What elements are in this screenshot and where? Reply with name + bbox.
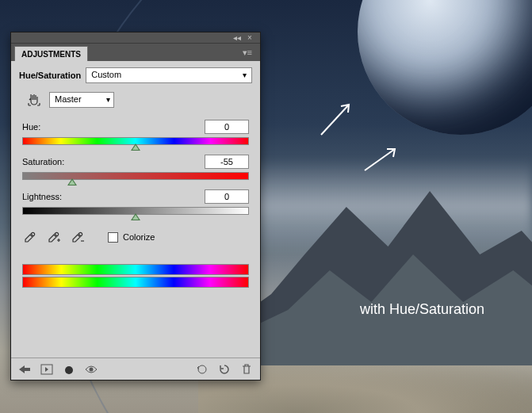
- saturation-value-input[interactable]: -55: [205, 155, 249, 169]
- panel-topbar: ◂◂ ×: [11, 33, 260, 44]
- eyedropper-add-icon[interactable]: [46, 229, 62, 245]
- panel-footer: [11, 358, 260, 380]
- panel-menu-icon[interactable]: ▾≡: [239, 44, 255, 61]
- hue-strip-bottom: [22, 277, 249, 288]
- mountains-decor: [238, 159, 532, 365]
- adjustment-title: Hue/Saturation: [19, 71, 81, 80]
- svg-point-3: [65, 366, 73, 374]
- svg-point-4: [90, 367, 94, 371]
- trash-icon[interactable]: [239, 362, 254, 377]
- hue-thumb[interactable]: [131, 143, 140, 151]
- planet-large: [358, 0, 532, 135]
- expand-view-icon[interactable]: [40, 362, 54, 377]
- svg-line-1: [365, 149, 395, 170]
- eyedropper-icon[interactable]: [22, 229, 38, 245]
- clip-to-layer-icon[interactable]: [62, 362, 76, 377]
- lightness-thumb[interactable]: [131, 213, 140, 220]
- previous-state-icon[interactable]: [195, 362, 209, 377]
- saturation-thumb[interactable]: [67, 178, 77, 185]
- channel-select[interactable]: Master: [49, 92, 114, 108]
- preset-value: Custom: [91, 70, 121, 79]
- collapse-icon[interactable]: ◂◂: [233, 34, 241, 42]
- adjustments-panel: ◂◂ × ADJUSTMENTS ▾≡ Hue/Saturation Custo…: [10, 32, 261, 380]
- preset-select[interactable]: Custom: [86, 67, 252, 83]
- svg-point-5: [198, 365, 206, 373]
- annotation-arrow-2: [357, 135, 404, 182]
- colorize-checkbox[interactable]: [108, 232, 118, 243]
- visibility-icon[interactable]: [84, 362, 98, 377]
- lightness-value-input[interactable]: 0: [205, 189, 249, 204]
- targeted-adjust-tool-icon[interactable]: [25, 91, 43, 109]
- svg-line-0: [321, 105, 349, 135]
- saturation-label: Saturation:: [22, 157, 64, 166]
- close-icon[interactable]: ×: [246, 34, 254, 42]
- eyedropper-subtract-icon[interactable]: [70, 229, 86, 245]
- reset-icon[interactable]: [217, 362, 232, 377]
- hue-value-input[interactable]: 0: [205, 120, 249, 134]
- annotation-caption: with Hue/Saturation: [360, 301, 484, 318]
- panel-body: Hue/Saturation Custom Master Hue: 0: [11, 61, 260, 358]
- lightness-label: Lightness:: [22, 192, 62, 201]
- panel-tabs: ADJUSTMENTS ▾≡: [11, 44, 260, 61]
- colorize-label: Colorize: [123, 232, 155, 242]
- channel-value: Master: [55, 94, 82, 104]
- back-arrow-icon[interactable]: [17, 362, 32, 377]
- saturation-slider[interactable]: [22, 172, 249, 180]
- hue-slider[interactable]: [22, 137, 249, 145]
- annotation-arrow-1: [313, 95, 361, 143]
- hue-strip-top: [22, 264, 249, 275]
- hue-label: Hue:: [22, 122, 40, 132]
- tab-adjustments[interactable]: ADJUSTMENTS: [14, 46, 88, 62]
- lightness-slider[interactable]: [22, 207, 249, 215]
